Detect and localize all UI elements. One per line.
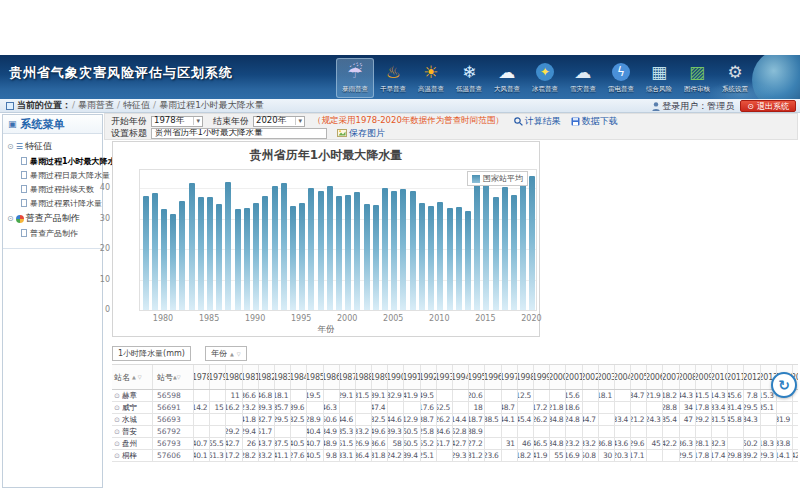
value-cell: 34.3 bbox=[744, 414, 760, 425]
year-column-header[interactable]: 1990 bbox=[388, 365, 404, 389]
year-column-header[interactable]: 1997 bbox=[502, 365, 518, 389]
year-column-header[interactable]: 2010 bbox=[712, 365, 728, 389]
nav-item-综合风险[interactable]: ▦综合风险 bbox=[640, 58, 678, 98]
nav-item-暴雨普查[interactable]: ☔暴雨普查 bbox=[336, 58, 374, 98]
row-expander-icon[interactable]: ⊙ bbox=[114, 392, 120, 400]
tree-item-普查产品制作[interactable]: 普查产品制作 bbox=[5, 226, 102, 240]
save-image-link[interactable]: 保存图片 bbox=[337, 127, 385, 140]
year-column-header[interactable]: 2009 bbox=[696, 365, 712, 389]
row-expander-icon[interactable]: ⊙ bbox=[114, 416, 120, 424]
expander-icon[interactable]: ⊙ bbox=[7, 142, 14, 151]
year-column-header[interactable]: 1992 bbox=[421, 365, 437, 389]
nav-item-图件审核[interactable]: ▨图件审核 bbox=[678, 58, 716, 98]
year-column-header[interactable]: 1986 bbox=[324, 365, 340, 389]
x-tick-label: 1990 bbox=[245, 314, 265, 323]
tree-item-暴雨过程1小时最大降水量[interactable]: 暴雨过程1小时最大降水量 bbox=[5, 154, 102, 168]
year-column-header[interactable]: 1991 bbox=[404, 365, 420, 389]
year-sort-chip[interactable]: 年份 ▲ ▽ bbox=[205, 346, 247, 361]
year-column-header[interactable]: 1998 bbox=[518, 365, 534, 389]
station-name-cell[interactable]: ⊙威宁 bbox=[112, 402, 153, 413]
floating-refresh-button[interactable]: ↻ bbox=[771, 372, 797, 398]
logout-button[interactable]: ⊙ 退出系统 bbox=[740, 100, 796, 112]
year-column-header[interactable]: 1987 bbox=[340, 365, 356, 389]
year-column-header[interactable]: 1995 bbox=[469, 365, 485, 389]
year-column-header[interactable]: 2006 bbox=[647, 365, 663, 389]
data-download-link[interactable]: 数据下载 bbox=[571, 115, 618, 128]
year-column-header[interactable]: 1981 bbox=[243, 365, 259, 389]
row-expander-icon[interactable]: ⊙ bbox=[114, 440, 120, 448]
value-cell bbox=[194, 390, 210, 401]
year-column-header[interactable]: 1979 bbox=[210, 365, 226, 389]
year-column-header[interactable]: 2000 bbox=[550, 365, 566, 389]
nav-item-冰雹普查[interactable]: ✦冰雹普查 bbox=[526, 58, 564, 98]
year-column-header[interactable]: 1985 bbox=[307, 365, 323, 389]
year-column-header[interactable]: 1982 bbox=[259, 365, 275, 389]
row-expander-icon[interactable]: ⊙ bbox=[114, 452, 120, 460]
sort-asc-icon[interactable]: ▲ bbox=[132, 374, 136, 380]
year-column-header[interactable]: 2002 bbox=[583, 365, 599, 389]
chart-title-input[interactable] bbox=[151, 128, 327, 139]
sort-asc-icon[interactable]: ▲ bbox=[230, 351, 234, 357]
breadcrumb-item[interactable]: 暴雨普查 bbox=[78, 100, 114, 110]
year-column-header[interactable]: 1978 bbox=[194, 365, 210, 389]
row-expander-icon[interactable]: ⊙ bbox=[114, 428, 120, 436]
nav-item-系统设置[interactable]: ⚙系统设置 bbox=[716, 58, 754, 98]
year-column-header[interactable]: 2012 bbox=[744, 365, 760, 389]
year-column-header[interactable]: 2005 bbox=[631, 365, 647, 389]
year-column-header[interactable]: 1984 bbox=[291, 365, 307, 389]
year-column-header[interactable]: 1993 bbox=[437, 365, 453, 389]
nav-item-大风普查[interactable]: ☁大风普查 bbox=[488, 58, 526, 98]
breadcrumb-item[interactable]: 暴雨过程1小时最大降水量 bbox=[159, 100, 264, 110]
value-cell bbox=[631, 402, 647, 413]
year-column-header[interactable]: 1989 bbox=[372, 365, 388, 389]
name-column-header[interactable]: 站名▲▽ bbox=[112, 365, 153, 389]
expander-icon[interactable]: ⊙ bbox=[7, 214, 14, 223]
value-cell: 20.3 bbox=[615, 450, 631, 461]
year-column-header[interactable]: 1999 bbox=[534, 365, 550, 389]
tree-group-特征值[interactable]: ⊙☰特征值 bbox=[5, 138, 102, 154]
id-column-header[interactable]: 站号▲▽ bbox=[153, 365, 194, 389]
nav-item-干旱普查[interactable]: ♨干旱普查 bbox=[374, 58, 412, 98]
value-cell: 34.9 bbox=[324, 426, 340, 437]
station-name-cell[interactable]: ⊙赫章 bbox=[112, 390, 153, 401]
year-column-header[interactable]: 1994 bbox=[453, 365, 469, 389]
station-name-cell[interactable]: ⊙盘州 bbox=[112, 438, 153, 449]
year-column-header[interactable]: 2003 bbox=[599, 365, 615, 389]
station-name-cell[interactable]: ⊙水城 bbox=[112, 414, 153, 425]
station-name-cell[interactable]: ⊙桐梓 bbox=[112, 450, 153, 461]
year-column-header[interactable]: 2007 bbox=[663, 365, 679, 389]
value-cell bbox=[194, 414, 210, 425]
value-type-chip[interactable]: 1小时降水量(mm) bbox=[112, 346, 191, 361]
chart-legend[interactable]: 国家站平均 bbox=[467, 171, 528, 186]
drought-survey-icon: ♨ bbox=[381, 60, 405, 84]
sort-desc-icon[interactable]: ▽ bbox=[237, 351, 241, 357]
year-column-header[interactable]: 2011 bbox=[728, 365, 744, 389]
sort-desc-icon[interactable]: ▽ bbox=[138, 374, 142, 380]
end-year-select[interactable]: 2020年 ▾ bbox=[253, 116, 305, 127]
value-cell bbox=[599, 426, 615, 437]
year-column-header[interactable]: 1983 bbox=[275, 365, 291, 389]
calc-result-link[interactable]: 计算结果 bbox=[514, 115, 561, 128]
breadcrumb-item[interactable]: 特征值 bbox=[123, 100, 150, 110]
year-column-header[interactable]: 2004 bbox=[615, 365, 631, 389]
nav-item-高温普查[interactable]: ☀高温普查 bbox=[412, 58, 450, 98]
year-column-header[interactable]: 2001 bbox=[566, 365, 582, 389]
value-cell: 32.5 bbox=[291, 414, 307, 425]
rainstorm-survey-icon: ☔ bbox=[343, 60, 367, 84]
year-column-header[interactable]: 1980 bbox=[226, 365, 242, 389]
nav-item-雷电普查[interactable]: ϟ雷电普查 bbox=[602, 58, 640, 98]
chart-bar bbox=[262, 196, 268, 310]
tree-item-暴雨过程累计降水量[interactable]: 暴雨过程累计降水量 bbox=[5, 196, 102, 210]
sort-desc-icon[interactable]: ▽ bbox=[177, 374, 181, 380]
year-column-header[interactable]: 2008 bbox=[680, 365, 696, 389]
chart-bar bbox=[336, 196, 342, 310]
nav-item-低温普查[interactable]: ❄低温普查 bbox=[450, 58, 488, 98]
tree-item-暴雨过程日最大降水量[interactable]: 暴雨过程日最大降水量 bbox=[5, 168, 102, 182]
row-expander-icon[interactable]: ⊙ bbox=[114, 404, 120, 412]
station-name-cell[interactable]: ⊙普安 bbox=[112, 426, 153, 437]
start-year-select[interactable]: 1978年 ▾ bbox=[151, 116, 203, 127]
nav-item-雪灾普查[interactable]: ☁雪灾普查 bbox=[564, 58, 602, 98]
year-column-header[interactable]: 1988 bbox=[356, 365, 372, 389]
year-column-header[interactable]: 1996 bbox=[485, 365, 501, 389]
chart-bar bbox=[152, 193, 158, 310]
